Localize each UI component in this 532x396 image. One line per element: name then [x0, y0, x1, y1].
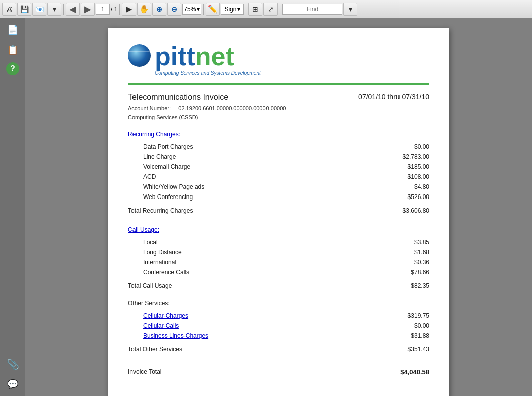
charge-amount: $78.66 — [389, 269, 429, 276]
highlight-button[interactable]: ✏️ — [206, 3, 220, 16]
fullscreen-button[interactable]: ⤢ — [263, 3, 278, 16]
charge-amount: $526.00 — [389, 193, 429, 201]
other-services-items: Cellular-Charges $319.75 Cellular-Calls … — [128, 311, 429, 341]
charge-name: Data Port Charges — [143, 143, 389, 150]
separator-5 — [280, 4, 280, 15]
call-usage-total-label: Total Call Usage — [128, 282, 389, 289]
charge-amount: $31.88 — [389, 332, 429, 339]
department-line: Computing Services (CSSD) — [128, 113, 429, 122]
zoom-dropdown[interactable]: 75% ▾ — [182, 4, 201, 15]
invoice-title: Telecommunications Invoice — [128, 93, 228, 102]
email-button[interactable]: 📧 — [32, 3, 46, 16]
account-number-label: Account Number: — [128, 105, 171, 111]
charge-amount: $2,783.00 — [389, 153, 429, 160]
sidebar-help-icon[interactable]: ? — [6, 62, 19, 75]
charge-row-business-lines: Business Lines-Charges $31.88 — [128, 331, 429, 341]
charge-name: Long Distance — [143, 249, 389, 256]
back-button[interactable]: ◀ — [66, 3, 80, 16]
charge-amount: $108.00 — [389, 173, 429, 180]
globe-icon — [128, 44, 151, 67]
invoice-header: Telecommunications Invoice 07/01/10 thru… — [128, 93, 429, 102]
charge-row-voicemail: Voicemail Charge $185.00 — [128, 162, 429, 172]
print-button[interactable]: 🖨 — [2, 3, 16, 16]
recurring-charges-link[interactable]: Recurring Charges: — [128, 131, 180, 138]
recurring-total-label: Total Recurring Charges — [128, 207, 389, 214]
sidebar-new-doc-icon[interactable]: 📄 — [5, 22, 20, 37]
page-number-input[interactable] — [96, 4, 110, 15]
separator-1 — [63, 4, 64, 15]
invoice-date: 07/01/10 thru 07/31/10 — [358, 93, 429, 101]
sidebar: 📄 📋 ? 📎 💬 — [0, 18, 25, 396]
charge-name: Line Charge — [143, 153, 389, 160]
logo-text-block: pittnet Computing Services and Systems D… — [155, 43, 261, 76]
gap-2 — [128, 292, 429, 300]
sidebar-page-icon[interactable]: 📋 — [5, 42, 20, 57]
recurring-charges-section: Recurring Charges: Data Port Charges $0.… — [128, 129, 429, 217]
charge-name: Local — [143, 239, 389, 246]
business-lines-link[interactable]: Business Lines-Charges — [143, 332, 208, 339]
call-usage-total-row: Total Call Usage $82.35 — [128, 279, 429, 292]
page-indicator: / 1 — [96, 4, 117, 15]
page-separator: / 1 — [111, 6, 117, 13]
call-usage-total-amount: $82.35 — [389, 282, 429, 289]
charge-amount: $0.36 — [389, 259, 429, 266]
logo-area: pittnet Computing Services and Systems D… — [128, 43, 429, 76]
charge-amount: $4.80 — [389, 183, 429, 190]
fit-button[interactable]: ⊞ — [248, 3, 262, 16]
pdf-page: pittnet Computing Services and Systems D… — [108, 28, 449, 396]
green-bar — [128, 83, 429, 85]
sidebar-attach-icon[interactable]: 📎 — [5, 357, 20, 372]
recurring-charges-items: Data Port Charges $0.00 Line Charge $2,7… — [128, 142, 429, 202]
account-number-line: Account Number: 02.19200.6601.00000.0000… — [128, 104, 429, 113]
charge-name: ACD — [143, 173, 389, 180]
charge-row-ld: Long Distance $1.68 — [128, 247, 429, 257]
zoom-out-button[interactable]: ⊖ — [167, 3, 181, 16]
find-input[interactable] — [282, 4, 342, 15]
charge-amount: $0.00 — [389, 322, 429, 329]
recurring-total-amount: $3,606.80 — [389, 207, 429, 214]
charge-row-acd: ACD $108.00 — [128, 172, 429, 182]
gap-1 — [128, 217, 429, 225]
charge-row-conf-calls: Conference Calls $78.66 — [128, 267, 429, 277]
cellular-calls-link[interactable]: Cellular-Calls — [143, 322, 179, 329]
zoom-dropdown-arrow: ▾ — [197, 6, 200, 13]
charge-amount: $1.68 — [389, 249, 429, 256]
toolbar: 🖨 💾 📧 ▾ ◀ ▶ / 1 ▶ ✋ ⊕ ⊖ 75% ▾ ✏️ Sign ▾ … — [0, 0, 532, 18]
other-services-total-amount: $351.43 — [389, 346, 429, 353]
sign-dropdown[interactable]: Sign ▾ — [221, 4, 244, 15]
other-services-section: Other Services: Cellular-Charges $319.75… — [128, 300, 429, 356]
call-usage-items: Local $3.85 Long Distance $1.68 Internat… — [128, 237, 429, 277]
charge-amount: $185.00 — [389, 163, 429, 170]
save-button[interactable]: 💾 — [17, 3, 31, 16]
email-dropdown-button[interactable]: ▾ — [47, 3, 61, 16]
charge-row-cellular-calls: Cellular-Calls $0.00 — [128, 321, 429, 331]
charge-name: Voicemail Charge — [143, 163, 389, 170]
cellular-charges-link[interactable]: Cellular-Charges — [143, 312, 188, 319]
hand-tool-button[interactable]: ✋ — [137, 3, 151, 16]
logo-tagline: Computing Services and Systems Developme… — [155, 70, 261, 76]
account-number-value: 02.19200.6601.00000.000000.00000.00000 — [178, 105, 286, 111]
logo-text: pittnet — [155, 43, 261, 69]
find-dropdown-button[interactable]: ▾ — [343, 3, 357, 16]
sidebar-comment-icon[interactable]: 💬 — [5, 377, 20, 392]
invoice-total-row: Invoice Total $4,040.58 — [128, 365, 429, 381]
charge-amount: $319.75 — [389, 312, 429, 319]
recurring-total-row: Total Recurring Charges $3,606.80 — [128, 204, 429, 217]
forward-button[interactable]: ▶ — [81, 3, 95, 16]
other-services-total-row: Total Other Services $351.43 — [128, 343, 429, 356]
separator-2 — [119, 4, 120, 15]
logo-pitt: pitt — [155, 42, 195, 71]
zoom-in-button[interactable]: ⊕ — [152, 3, 166, 16]
charge-amount: $0.00 — [389, 143, 429, 150]
charge-row-line: Line Charge $2,783.00 — [128, 152, 429, 162]
other-services-total-label: Total Other Services — [128, 346, 389, 353]
separator-3 — [203, 4, 204, 15]
charge-row-local: Local $3.85 — [128, 237, 429, 247]
invoice-total-amount: $4,040.58 — [389, 368, 429, 378]
charge-amount: $3.85 — [389, 239, 429, 246]
call-usage-link[interactable]: Call Usage: — [128, 226, 159, 233]
charge-row-cellular-charges: Cellular-Charges $319.75 — [128, 311, 429, 321]
charge-name: Conference Calls — [143, 269, 389, 276]
cursor-tool-button[interactable]: ▶ — [122, 3, 136, 16]
sign-label: Sign — [224, 6, 236, 13]
